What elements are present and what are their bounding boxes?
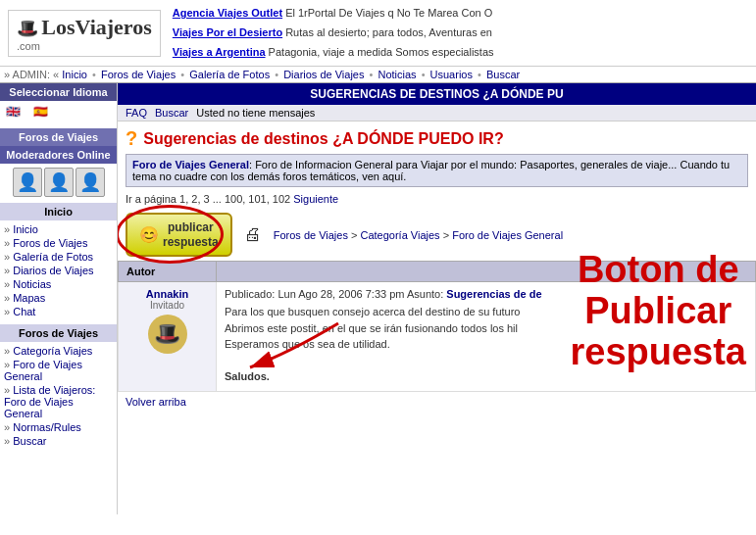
pagination-next[interactable]: Siguiente [293, 193, 338, 205]
ad-link-1-anchor[interactable]: Agencia Viajes Outlet [173, 7, 282, 19]
pagination-bar: Ir a página 1, 2, 3 ... 100, 101, 102 Si… [118, 189, 756, 209]
ad-text-3: Patagonia, viaje a medida Somos especial… [266, 46, 494, 58]
sidebar-item-categoria[interactable]: Categoría Viajes [4, 344, 113, 358]
post-sign: Saludos. [225, 368, 747, 385]
post-text: Para los que busquen consejo acerca del … [225, 304, 747, 385]
nav-galeria-fotos[interactable]: Galería de Fotos [189, 69, 270, 80]
nav-buscar[interactable]: Buscar [486, 69, 520, 80]
sidebar-nav-links: Inicio Foros de Viajes Galería de Fotos … [0, 220, 117, 320]
sidebar-item-buscar[interactable]: Buscar [4, 434, 113, 448]
sidebar-inicio: Inicio [0, 203, 117, 220]
back-top-link[interactable]: Volver arriba [126, 396, 186, 408]
pagination-text: Ir a página 1, 2, 3 ... 100, 101, 102 [126, 193, 290, 205]
post-line-1: Para los que busquen consejo acerca del … [225, 304, 747, 320]
post-line-2: Abrimos este postit, en el que se irán f… [225, 320, 747, 337]
asunto-label: Asunto: [407, 288, 443, 300]
action-bar: 😊 publicarrespuesta 🖨 Foros de Viajes > … [118, 209, 756, 261]
main-layout: Seleccionar Idioma 🇬🇧 🇪🇸 Foros de Viajes… [0, 83, 756, 514]
nav-usuarios[interactable]: Usuarios [430, 69, 473, 80]
table-header-row: Autor [119, 262, 756, 282]
sidebar-foros-links: Categoría Viajes Foro de Viajes General … [0, 342, 117, 450]
ad-link-3-anchor[interactable]: Viajes a Argentina [173, 46, 266, 58]
sidebar-item-normas[interactable]: Normas/Rules [4, 420, 113, 434]
forum-info: Foro de Viajes General: Foro de Informac… [126, 154, 748, 187]
sidebar-item-galeria[interactable]: Galería de Fotos [4, 250, 113, 264]
forum-info-link[interactable]: Foro de Viajes General [132, 159, 249, 170]
post-date: Publicado: Lun Ago 28, 2006 7:33 pm [225, 288, 404, 300]
publish-response-button[interactable]: 😊 publicarrespuesta [126, 213, 232, 257]
ad-text-2: Rutas al desierto; para todos, Aventuras… [282, 26, 492, 38]
main-content: SUGERENCIAS DE DESTINOS ¿A DÓNDE PU FAQ … [118, 83, 756, 514]
content-subbar: FAQ Buscar Usted no tiene mensajes [118, 105, 756, 122]
publish-icon: 😊 [139, 225, 159, 244]
breadcrumb-foros[interactable]: Foros de Viajes [274, 229, 348, 241]
logo-text: LosViajeros [41, 15, 151, 39]
post-header: Publicado: Lun Ago 28, 2006 7:33 pm Asun… [225, 288, 747, 300]
printer-icon[interactable]: 🖨 [244, 224, 262, 245]
sidebar-item-foro-general[interactable]: Foro de Viajes General [4, 358, 113, 383]
content-header: SUGERENCIAS DE DESTINOS ¿A DÓNDE PU [118, 83, 756, 105]
ad-text-1: El 1rPortal De Viajes q No Te Marea Con … [282, 7, 492, 19]
table-row: Annakin Invitado 🎩 Publicado: Lun Ago 28… [119, 282, 756, 392]
mod-avatars: 👤 👤 👤 [0, 164, 117, 201]
nav-bar: » ADMIN: « Inicio • Foros de Viajes • Ga… [0, 67, 756, 83]
forums-header: Foros de Viajes [0, 128, 117, 146]
breadcrumb-foro-general[interactable]: Foro de Viajes General [452, 229, 563, 241]
nav-foros-viajes[interactable]: Foros de Viajes [101, 69, 176, 80]
ad-links: Agencia Viajes Outlet El 1rPortal De Via… [173, 4, 494, 62]
flag-uk[interactable]: 🇬🇧 [6, 105, 29, 121]
mod-avatar-2: 👤 [44, 168, 74, 197]
thread-title-bar: ? Sugerencias de destinos ¿A DÓNDE PUEDO… [118, 122, 756, 152]
sidebar-item-lista-viajeros[interactable]: Lista de Viajeros: Foro de Viajes Genera… [4, 383, 113, 420]
nav-inicio[interactable]: Inicio [62, 69, 87, 80]
mod-avatar-1: 👤 [13, 168, 42, 197]
nav-noticias[interactable]: Noticias [378, 69, 416, 80]
sidebar-item-mapas[interactable]: Mapas [4, 291, 113, 305]
ad-link-2: Viajes Por el Desierto Rutas al desierto… [173, 24, 494, 43]
sidebar-item-diarios[interactable]: Diarios de Viajes [4, 264, 113, 277]
author-avatar: 🎩 [148, 315, 187, 354]
nav-diarios[interactable]: Diarios de Viajes [283, 69, 364, 80]
language-flags: 🇬🇧 🇪🇸 [0, 101, 117, 124]
sidebar-item-noticias[interactable]: Noticias [4, 277, 113, 291]
author-name: Annakin [126, 288, 208, 300]
mod-avatar-3: 👤 [76, 168, 105, 197]
language-header: Seleccionar Idioma [0, 83, 117, 101]
publish-btn-label: publicarrespuesta [163, 220, 219, 249]
logo-com: .com [17, 40, 152, 52]
sidebar-item-chat[interactable]: Chat [4, 305, 113, 318]
back-top: Volver arriba [118, 392, 756, 412]
col-autor: Autor [119, 262, 217, 282]
asunto-link[interactable]: Sugerencias de de [446, 288, 541, 300]
post-line-3: Esperamos que os sea de utilidad. [225, 336, 747, 353]
breadcrumb-categoria[interactable]: Categoría Viajes [360, 229, 439, 241]
post-cell: Publicado: Lun Ago 28, 2006 7:33 pm Asun… [217, 282, 756, 392]
logo-box: 🎩 LosViajeros .com [8, 10, 161, 57]
sidebar-item-inicio[interactable]: Inicio [4, 222, 113, 236]
question-icon: ? [126, 127, 137, 150]
col-post [217, 262, 756, 282]
sidebar-item-foros[interactable]: Foros de Viajes [4, 236, 113, 250]
moderators-header: Moderadores Online [0, 146, 117, 164]
sidebar: Seleccionar Idioma 🇬🇧 🇪🇸 Foros de Viajes… [0, 83, 118, 514]
flag-es[interactable]: 🇪🇸 [33, 105, 57, 121]
buscar-link[interactable]: Buscar [155, 107, 188, 119]
author-rank: Invitado [126, 300, 208, 311]
sidebar-foros-viajes: Foros de Viajes [0, 324, 117, 342]
logo-area: 🎩 LosViajeros .com [8, 10, 161, 57]
thread-table: Autor Annakin Invitado 🎩 Publicado: Lun … [118, 261, 756, 392]
faq-link[interactable]: FAQ [126, 107, 147, 119]
top-banner: 🎩 LosViajeros .com Agencia Viajes Outlet… [0, 0, 756, 67]
author-cell: Annakin Invitado 🎩 [119, 282, 217, 392]
publish-btn-wrapper: 😊 publicarrespuesta [126, 213, 232, 257]
breadcrumb: Foros de Viajes > Categoría Viajes > For… [274, 229, 563, 241]
ad-link-1: Agencia Viajes Outlet El 1rPortal De Via… [173, 4, 494, 24]
no-messages: Usted no tiene mensajes [196, 107, 315, 119]
logo-hat-icon: 🎩 [17, 19, 38, 38]
thread-title: Sugerencias de destinos ¿A DÓNDE PUEDO I… [143, 130, 503, 148]
ad-link-3: Viajes a Argentina Patagonia, viaje a me… [173, 43, 494, 63]
admin-label: » ADMIN: « [4, 69, 59, 80]
ad-link-2-anchor[interactable]: Viajes Por el Desierto [173, 26, 282, 38]
